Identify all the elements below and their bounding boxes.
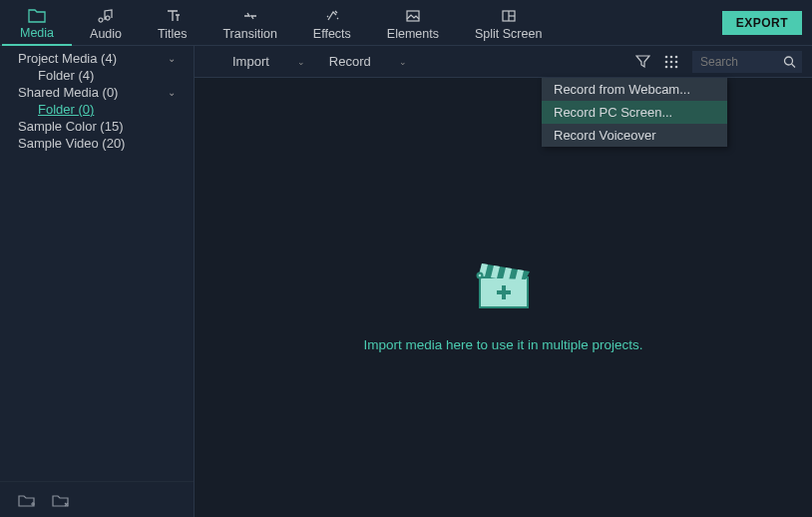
effects-icon bbox=[323, 7, 341, 25]
export-button[interactable]: EXPORT bbox=[722, 11, 802, 35]
sidebar-item-folder-4[interactable]: Folder (4) bbox=[0, 67, 194, 84]
import-label: Import bbox=[232, 54, 269, 69]
split-icon bbox=[500, 7, 518, 25]
tree-label: Project Media (4) bbox=[18, 51, 117, 66]
menu-record-webcam[interactable]: Record from Webcam... bbox=[542, 78, 727, 101]
nav-label: Titles bbox=[158, 27, 187, 41]
svg-point-5 bbox=[670, 55, 673, 58]
nav-label: Audio bbox=[90, 27, 122, 41]
record-dropdown[interactable]: Record ⌄ bbox=[321, 50, 415, 73]
content-area: Import ⌄ Record ⌄ bbox=[195, 46, 812, 517]
empty-state-text: Import media here to use it in multiple … bbox=[364, 337, 643, 352]
nav-tab-effects[interactable]: Effects bbox=[295, 0, 369, 46]
import-dropdown[interactable]: Import ⌄ bbox=[224, 50, 313, 73]
sidebar-item-sample-video[interactable]: Sample Video (20) bbox=[0, 135, 194, 152]
nav-label: Split Screen bbox=[475, 27, 542, 41]
nav-tab-audio[interactable]: Audio bbox=[72, 0, 140, 46]
nav-tab-splitscreen[interactable]: Split Screen bbox=[457, 0, 560, 46]
sidebar: Project Media (4) ⌄ Folder (4) Shared Me… bbox=[0, 46, 195, 517]
image-icon bbox=[404, 7, 422, 25]
menu-record-pc-screen[interactable]: Record PC Screen... bbox=[542, 101, 727, 124]
sidebar-item-project-media[interactable]: Project Media (4) ⌄ bbox=[0, 50, 194, 67]
search-input[interactable] bbox=[692, 51, 802, 73]
chevron-down-icon: ⌄ bbox=[399, 57, 407, 67]
nav-tab-transition[interactable]: Transition bbox=[204, 0, 294, 46]
tree-label: Shared Media (0) bbox=[18, 85, 118, 100]
grid-view-icon[interactable] bbox=[664, 55, 678, 69]
svg-point-6 bbox=[675, 55, 678, 58]
folder-icon bbox=[28, 6, 46, 24]
nav-tab-titles[interactable]: Titles bbox=[140, 0, 204, 46]
filter-icon[interactable] bbox=[635, 54, 650, 69]
svg-point-4 bbox=[665, 55, 668, 58]
text-icon bbox=[164, 7, 182, 25]
transition-icon bbox=[241, 7, 259, 25]
tree-label: Sample Color (15) bbox=[18, 119, 124, 134]
top-nav: Media Audio Titles Transition Effects El… bbox=[0, 0, 812, 46]
nav-label: Transition bbox=[222, 27, 276, 41]
menu-record-voiceover[interactable]: Record Voiceover bbox=[542, 124, 727, 147]
nav-label: Elements bbox=[387, 27, 439, 41]
clapperboard-icon bbox=[468, 244, 540, 315]
svg-rect-0 bbox=[407, 11, 419, 21]
svg-point-17 bbox=[478, 273, 481, 276]
record-label: Record bbox=[329, 54, 371, 69]
search-wrap bbox=[692, 51, 802, 73]
sidebar-item-sample-color[interactable]: Sample Color (15) bbox=[0, 118, 194, 135]
tree-label: Sample Video (20) bbox=[18, 136, 125, 151]
content-toolbar: Import ⌄ Record ⌄ bbox=[195, 46, 812, 78]
music-icon bbox=[97, 7, 115, 25]
nav-tab-media[interactable]: Media bbox=[2, 0, 72, 46]
svg-point-8 bbox=[670, 60, 673, 63]
tree-label: Folder (0) bbox=[38, 102, 94, 117]
sidebar-item-shared-media[interactable]: Shared Media (0) ⌄ bbox=[0, 84, 194, 101]
svg-point-10 bbox=[665, 65, 668, 68]
chevron-down-icon[interactable]: ⌄ bbox=[168, 53, 176, 64]
nav-tab-elements[interactable]: Elements bbox=[369, 0, 457, 46]
sidebar-item-folder-0[interactable]: Folder (0) bbox=[0, 101, 194, 118]
new-folder-button[interactable] bbox=[18, 492, 36, 508]
svg-point-12 bbox=[675, 65, 678, 68]
nav-label: Media bbox=[20, 26, 54, 40]
sidebar-footer bbox=[0, 481, 194, 517]
tree-label: Folder (4) bbox=[38, 68, 94, 83]
nav-label: Effects bbox=[313, 27, 351, 41]
svg-point-11 bbox=[670, 65, 673, 68]
svg-point-9 bbox=[675, 60, 678, 63]
record-dropdown-menu: Record from Webcam... Record PC Screen..… bbox=[542, 78, 727, 147]
chevron-down-icon: ⌄ bbox=[297, 57, 305, 67]
sidebar-tree: Project Media (4) ⌄ Folder (4) Shared Me… bbox=[0, 46, 194, 481]
delete-folder-button[interactable] bbox=[52, 492, 70, 508]
chevron-down-icon[interactable]: ⌄ bbox=[168, 87, 176, 98]
svg-point-7 bbox=[665, 60, 668, 63]
